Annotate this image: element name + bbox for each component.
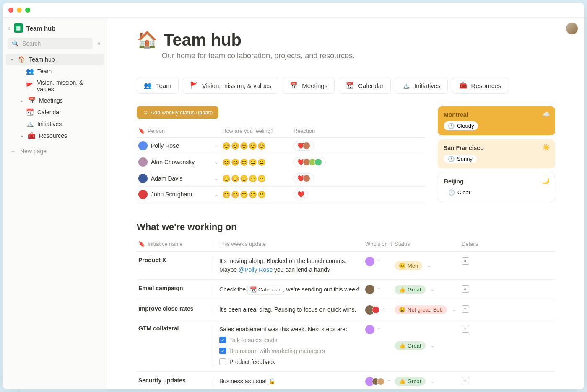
reaction-pill[interactable]: ❤️ [294, 157, 326, 167]
feeling-cell[interactable]: 😊😊😊😊😊 [222, 142, 294, 150]
initiative-name[interactable]: Security updates [138, 377, 214, 386]
todo-item[interactable]: Product feedback [219, 358, 365, 366]
page-icon[interactable]: 🏠 [137, 30, 158, 50]
checkbox[interactable]: ✓ [219, 348, 226, 354]
chevron-down-icon[interactable]: ⌄ [214, 176, 218, 181]
work-row[interactable]: Email campaign Check the 📆Calendar, we'r… [137, 280, 555, 300]
search-input[interactable]: 🔍 Search [8, 38, 93, 49]
who-cell[interactable]: ⌄ [365, 377, 395, 386]
quick-link[interactable]: 🏔️Initiatives [395, 77, 448, 94]
update-cell[interactable]: Sales enablement was this week. Next ste… [214, 325, 365, 366]
col-header-reaction[interactable]: Reaction [294, 128, 423, 134]
status-pill[interactable]: 👍 Great [395, 341, 426, 350]
initiative-name[interactable]: Email campaign [138, 285, 214, 295]
back-icon[interactable]: ‹ [8, 25, 10, 31]
status-pill[interactable]: 👍 Great [395, 377, 426, 386]
feeling-cell[interactable]: 😊😊😊😐😐 [222, 175, 294, 183]
user-avatar[interactable] [566, 23, 578, 34]
status-row[interactable]: Polly Rose ⌄ 😊😊😊😊😊 ❤️ [137, 138, 425, 154]
quick-link[interactable]: 📅Meetings [283, 77, 335, 94]
chevron-right-icon[interactable]: ▸ [19, 98, 24, 103]
status-row[interactable]: Alan Chowansky ⌄ 😊😊😊😐😐 ❤️ [137, 154, 425, 170]
work-row[interactable]: Security updates Business as usual 🔒 ⌄ 👍… [137, 372, 555, 390]
assignee-avatar[interactable] [365, 325, 374, 334]
col-header-initiative[interactable]: Initiative name [148, 241, 183, 247]
status-row[interactable]: John Scrugham ⌄ 😊😊😊😊😐 ❤️ [137, 187, 425, 202]
col-header-details[interactable]: Details [462, 241, 487, 247]
update-cell[interactable]: Business as usual 🔒 [214, 377, 365, 386]
weather-card[interactable]: San Francisco ☀️ 🕐 Sunny [438, 139, 555, 168]
who-cell[interactable]: ⌄ [365, 257, 395, 274]
details-button[interactable]: ≡ [462, 325, 487, 366]
chevron-down-icon[interactable]: ⌄ [387, 377, 391, 382]
status-row[interactable]: Adam Davis ⌄ 😊😊😊😐😐 ❤️ [137, 170, 425, 187]
quick-link[interactable]: 📆Calendar [339, 77, 391, 94]
minimize-window[interactable] [17, 8, 22, 13]
todo-item[interactable]: ✓ Brainstorm with marketing managers [219, 347, 365, 356]
chevron-down-icon[interactable]: ⌄ [214, 192, 218, 197]
who-cell[interactable]: ⌄ [365, 285, 395, 295]
inline-page-chip[interactable]: 📆Calendar [247, 285, 283, 295]
collapse-sidebar-icon[interactable]: « [95, 39, 102, 49]
details-button[interactable]: ≡ [462, 257, 487, 274]
chevron-down-icon[interactable]: ⌄ [382, 305, 386, 311]
update-cell[interactable]: Check the 📆Calendar, we're sending out t… [214, 285, 365, 295]
page-subtitle[interactable]: Our home for team collaboration, project… [162, 52, 555, 60]
col-header-update[interactable]: This week's update [214, 241, 365, 247]
chevron-down-icon[interactable]: ⌄ [214, 143, 218, 149]
mention[interactable]: @Polly Rose [239, 266, 273, 273]
add-status-button[interactable]: ☺ Add weekly status update [137, 106, 218, 119]
chevron-down-icon[interactable]: ⌄ [452, 307, 456, 312]
assignee-avatar[interactable] [372, 306, 379, 314]
who-cell[interactable]: ⌄ [365, 325, 395, 366]
checkbox[interactable]: ✓ [219, 337, 226, 343]
reaction-pill[interactable]: ❤️ [294, 190, 308, 199]
todo-item[interactable]: ✓ Talk to sales leads [219, 336, 365, 345]
sidebar-item-team-hub[interactable]: ▾ 🏠 Team hub [6, 54, 104, 65]
chevron-down-icon[interactable]: ⌄ [431, 379, 434, 384]
assignee-avatar[interactable] [377, 378, 384, 385]
feeling-cell[interactable]: 😊😊😊😊😐 [222, 191, 294, 199]
chevron-down-icon[interactable]: ⌄ [214, 160, 218, 165]
chevron-down-icon[interactable]: ⌄ [377, 285, 381, 290]
sidebar-item-vision[interactable]: 🚩 Vision, mission, & values [6, 77, 104, 95]
chevron-down-icon[interactable]: ⌄ [431, 287, 434, 292]
chevron-down-icon[interactable]: ⌄ [431, 343, 434, 348]
status-pill[interactable]: 😩 Not great, Bob [395, 305, 447, 314]
initiative-name[interactable]: Improve close rates [138, 305, 214, 315]
work-row[interactable]: GTM collateral Sales enablement was this… [137, 320, 555, 372]
chevron-down-icon[interactable]: ⌄ [377, 325, 381, 330]
assignee-avatar[interactable] [365, 285, 374, 294]
close-window[interactable] [8, 8, 13, 13]
chevron-right-icon[interactable]: ▸ [19, 134, 24, 138]
details-button[interactable]: ≡ [462, 285, 487, 295]
sidebar-item-initiatives[interactable]: 🏔️ Initiatives [6, 118, 104, 130]
details-button[interactable]: ≡ [462, 377, 487, 386]
update-cell[interactable]: It's been a real drag. Pausing to focus … [214, 305, 365, 315]
reaction-pill[interactable]: ❤️ [294, 141, 314, 151]
initiative-name[interactable]: Product X [138, 257, 214, 274]
chevron-down-icon[interactable]: ⌄ [377, 257, 381, 262]
update-cell[interactable]: It's moving along. Blocked on the launch… [214, 257, 365, 274]
assignee-avatar[interactable] [365, 257, 374, 266]
chevron-down-icon[interactable]: ⌄ [427, 263, 431, 268]
details-button[interactable]: ≡ [462, 305, 487, 315]
initiative-name[interactable]: GTM collateral [138, 325, 214, 366]
sidebar-item-team[interactable]: 👥 Team [6, 65, 104, 77]
col-header-person[interactable]: Person [148, 128, 165, 134]
sidebar-item-calendar[interactable]: 📆 Calendar [6, 106, 104, 118]
status-pill[interactable]: 😐 Meh [395, 261, 422, 270]
weather-card[interactable]: Montreal ☁️ 🕐 Cloudy [438, 106, 555, 135]
work-row[interactable]: Improve close rates It's been a real dra… [137, 300, 555, 320]
quick-link[interactable]: 🧰Resources [452, 77, 509, 94]
checkbox[interactable] [219, 358, 226, 365]
chevron-down-icon[interactable]: ▾ [9, 57, 14, 62]
sidebar-item-resources[interactable]: ▸ 🧰 Resources [6, 130, 104, 142]
workspace-header[interactable]: ‹ ▦ Team hub [6, 22, 104, 34]
sidebar-item-meetings[interactable]: ▸ 📅 Meetings [6, 95, 104, 106]
col-header-who[interactable]: Who's on it [365, 241, 395, 247]
page-title[interactable]: Team hub [164, 31, 242, 49]
feeling-cell[interactable]: 😊😊😊😐😐 [222, 158, 294, 166]
quick-link[interactable]: 👥Team [137, 77, 179, 94]
weather-card[interactable]: Beijing 🌙 🕐 Clear [438, 173, 555, 202]
